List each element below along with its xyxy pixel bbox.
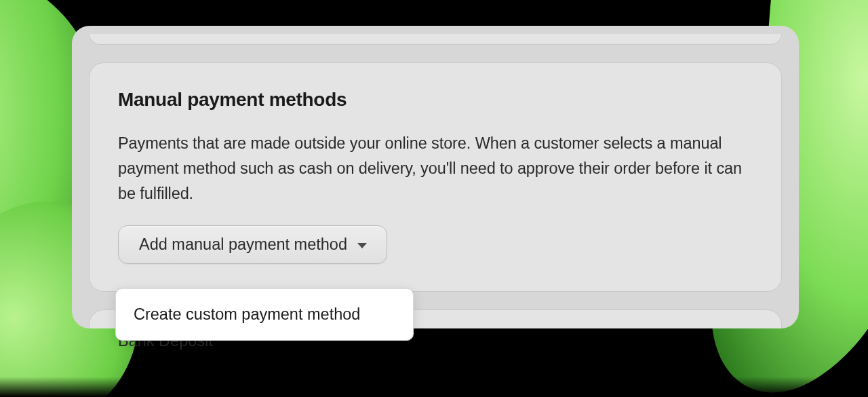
manual-payment-methods-card: Manual payment methods Payments that are…: [89, 62, 782, 292]
add-manual-payment-button[interactable]: Add manual payment method: [118, 225, 387, 264]
card-title: Manual payment methods: [118, 89, 753, 111]
caret-down-icon: [357, 235, 368, 254]
create-custom-payment-method-item[interactable]: Create custom payment method: [116, 295, 413, 335]
previous-card-edge: [89, 34, 782, 45]
add-manual-payment-label: Add manual payment method: [139, 235, 347, 254]
card-description: Payments that are made outside your onli…: [118, 131, 753, 206]
settings-panel: Manual payment methods Payments that are…: [72, 26, 799, 328]
payment-method-popover: Create custom payment method: [115, 288, 414, 341]
